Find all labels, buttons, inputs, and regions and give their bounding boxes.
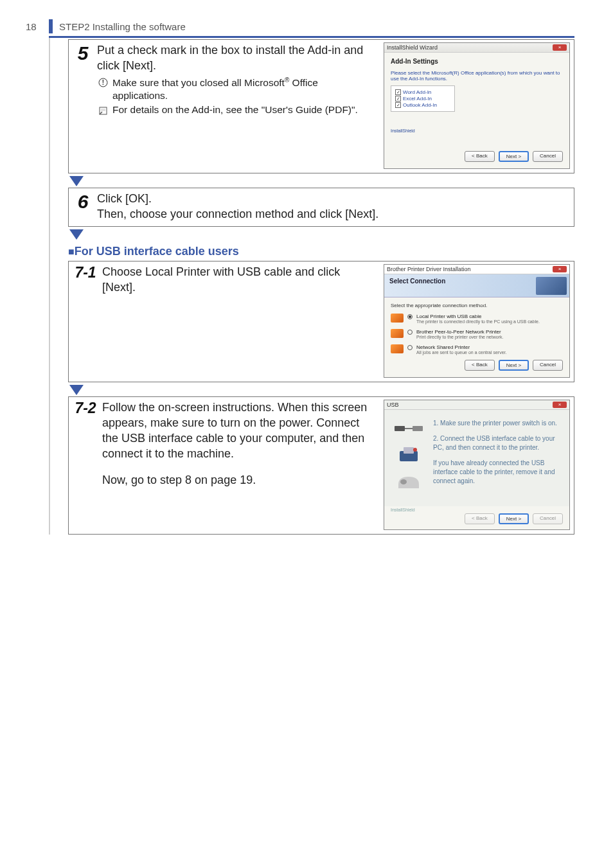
usb-cable-icon (395, 421, 423, 437)
step-7-2-text: Follow the on-screen instructions. When … (102, 400, 376, 530)
svg-marker-5 (69, 176, 84, 186)
radio-icon (407, 330, 413, 335)
next-button: Next > (499, 151, 529, 162)
step-5-screenshot: InstallShield Wizard × Add-In Settings P… (384, 42, 570, 169)
printer-device-icon (396, 474, 422, 491)
close-icon: × (553, 402, 567, 408)
step-number: 5 (69, 40, 97, 173)
content: 5 Put a check mark in the box to install… (49, 38, 574, 535)
step-7-2-screenshot: USB × (384, 400, 570, 530)
printer-icon (391, 314, 404, 323)
note-icon (97, 105, 109, 116)
option-p2p-network: Brother Peer-to-Peer Network Printer Pri… (391, 329, 563, 339)
warning-icon: ! (97, 77, 109, 89)
step-number: 7-1 (69, 261, 102, 382)
svg-rect-12 (404, 447, 414, 454)
dialog-title: Brother Printer Driver Installation (387, 266, 471, 272)
header-title: STEP2 Installing the software (59, 21, 186, 32)
back-button: < Back (465, 513, 495, 524)
svg-text:!: ! (102, 79, 103, 86)
arrow-down-icon (69, 385, 574, 395)
dialog-title: USB (387, 402, 399, 408)
step-7-1-text: Choose Local Printer with USB cable and … (102, 264, 376, 378)
installshield-label: InstallShield (391, 508, 563, 512)
svg-point-14 (400, 479, 407, 484)
step-5-bullet-1: ! Make sure that you closed all Microsof… (97, 76, 376, 102)
svg-marker-6 (69, 229, 84, 240)
svg-marker-7 (69, 385, 84, 395)
svg-point-13 (413, 448, 417, 452)
arrow-down-icon (69, 176, 574, 186)
step-6-text: Click [OK]. Then, choose your connection… (97, 191, 570, 222)
check-word: ✓Word Add-In (395, 89, 450, 95)
banner-image (536, 277, 567, 295)
dialog-message: Please select the Microsoft(R) Office ap… (391, 70, 563, 82)
svg-rect-8 (395, 426, 405, 431)
checkbox-icon: ✓ (395, 102, 401, 108)
printer-icon (391, 344, 404, 353)
page: 18 STEP2 Installing the software 5 Put a… (0, 0, 613, 576)
step-7-1-screenshot: Brother Printer Driver Installation × Se… (384, 264, 570, 378)
connection-dialog: Brother Printer Driver Installation × Se… (384, 264, 570, 378)
page-number: 18 (26, 21, 49, 32)
usb-instructions: 1. Make sure the printer power switch is… (433, 419, 562, 500)
select-prompt: Select the appropriate connection method… (391, 303, 563, 308)
check-outlook: ✓Outlook Add-In (395, 102, 450, 108)
addin-dialog: InstallShield Wizard × Add-In Settings P… (384, 42, 570, 169)
next-button: Next > (499, 360, 529, 371)
installshield-label: InstallShield (391, 128, 563, 133)
printer-connect-icon (397, 446, 420, 465)
dialog-title: InstallShield Wizard (387, 44, 438, 51)
radio-icon (407, 314, 413, 319)
check-excel: ✓Excel Add-In (395, 96, 450, 102)
arrow-down-icon (69, 229, 574, 240)
printer-icon (391, 329, 404, 338)
step-number: 7-2 (69, 397, 102, 534)
cancel-button: Cancel (533, 151, 563, 162)
cancel-button: Cancel (533, 513, 563, 524)
step-5-bullet-2: For details on the Add-in, see the "User… (97, 103, 376, 116)
dialog-heading: Add-In Settings (391, 58, 563, 65)
next-button: Next > (499, 513, 529, 524)
page-header: 18 STEP2 Installing the software (26, 19, 574, 33)
cancel-button: Cancel (533, 360, 563, 371)
step-5-text: Put a check mark in the box to install t… (97, 42, 376, 169)
checkbox-icon: ✓ (395, 89, 401, 95)
header-bar (49, 19, 53, 33)
close-icon: × (553, 266, 567, 272)
addin-checklist: ✓Word Add-In ✓Excel Add-In ✓Outlook Add-… (391, 85, 455, 112)
radio-icon (407, 345, 413, 350)
step-number: 6 (69, 188, 97, 226)
close-icon: × (553, 44, 567, 51)
step-7-1: 7-1 Choose Local Printer with USB cable … (68, 261, 574, 382)
back-button: < Back (465, 151, 495, 162)
step-7-2: 7-2 Follow the on-screen instructions. W… (68, 396, 574, 535)
checkbox-icon: ✓ (395, 96, 401, 102)
step-6: 6 Click [OK]. Then, choose your connecti… (68, 188, 574, 227)
svg-rect-9 (413, 426, 423, 431)
option-local-usb: Local Printer with USB cable The printer… (391, 314, 563, 324)
step-5-main: Put a check mark in the box to install t… (97, 42, 376, 74)
option-network-shared: Network Shared Printer All jobs are sent… (391, 344, 563, 355)
usb-dialog: USB × (384, 400, 570, 530)
step-5: 5 Put a check mark in the box to install… (68, 39, 574, 173)
usb-section-heading: ■For USB interface cable users (68, 245, 574, 258)
back-button: < Back (465, 360, 495, 371)
